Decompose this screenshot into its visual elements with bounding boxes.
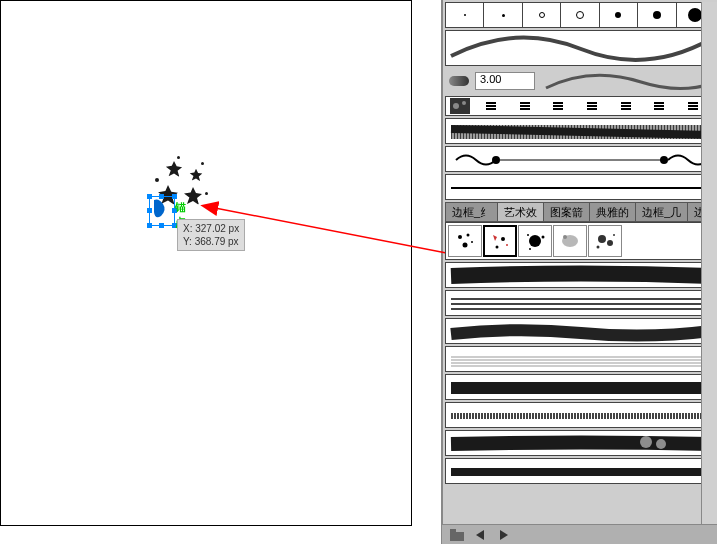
grunge-stroke[interactable] (445, 118, 715, 144)
prev-icon[interactable] (476, 530, 486, 540)
nav-bar (442, 524, 717, 544)
svg-point-23 (597, 246, 600, 249)
stroke-2[interactable] (445, 290, 715, 316)
svg-point-8 (458, 235, 462, 239)
svg-point-5 (492, 156, 500, 164)
scrollbar[interactable] (701, 2, 717, 544)
line-stroke[interactable] (445, 174, 715, 200)
stroke-7[interactable] (445, 430, 715, 456)
svg-point-26 (656, 439, 666, 449)
splat-brush-3[interactable] (518, 225, 552, 257)
dot-brush-6[interactable] (638, 3, 676, 27)
svg-rect-28 (450, 529, 456, 533)
position-tooltip: X: 327.02 px Y: 368.79 px (177, 219, 245, 251)
tab-elegant[interactable]: 典雅的 (590, 203, 636, 221)
dot-brush-2[interactable] (484, 3, 522, 27)
stroke-4[interactable] (445, 346, 715, 372)
svg-point-12 (501, 237, 505, 241)
canvas-area[interactable]: 锚点 X: 327.02 px Y: 368.79 px (0, 0, 442, 544)
svg-point-24 (613, 234, 615, 236)
dot-brush-1[interactable] (446, 3, 484, 27)
stroke-1[interactable] (445, 262, 715, 288)
stroke-8[interactable] (445, 458, 715, 484)
svg-point-11 (471, 241, 473, 243)
svg-point-25 (640, 436, 652, 448)
tab-border-1[interactable]: 边框_纟 (446, 203, 498, 221)
brush-tabs: 边框_纟 艺术效 图案箭 典雅的 边框_几 边框_釒 (445, 202, 715, 222)
pattern-row[interactable] (445, 96, 715, 116)
svg-point-16 (527, 234, 529, 236)
svg-point-10 (463, 243, 468, 248)
stroke-6[interactable] (445, 402, 715, 428)
svg-point-18 (529, 248, 531, 250)
ornament-stroke[interactable] (445, 146, 715, 172)
brush-size-row: 3.00 (445, 68, 715, 94)
svg-point-15 (529, 235, 541, 247)
svg-point-14 (506, 244, 508, 246)
folder-icon[interactable] (450, 529, 464, 541)
splat-brush-5[interactable] (588, 225, 622, 257)
wave-brush[interactable] (445, 30, 715, 66)
tooltip-y: Y: 368.79 px (183, 235, 239, 248)
splat-brush-4[interactable] (553, 225, 587, 257)
brush-preview (541, 70, 711, 92)
brush-tip-icon (449, 76, 469, 86)
stroke-3[interactable] (445, 318, 715, 344)
svg-point-3 (453, 103, 459, 109)
svg-point-17 (542, 236, 545, 239)
splat-brush-1[interactable] (448, 225, 482, 257)
svg-marker-29 (476, 530, 484, 540)
svg-point-13 (496, 246, 499, 249)
dot-brush-4[interactable] (561, 3, 599, 27)
brush-size-input[interactable]: 3.00 (475, 72, 535, 90)
svg-point-4 (462, 101, 466, 105)
next-icon[interactable] (498, 530, 508, 540)
tooltip-x: X: 327.02 px (183, 222, 239, 235)
svg-point-20 (563, 235, 567, 239)
tab-border-2[interactable]: 边框_几 (636, 203, 688, 221)
svg-point-9 (467, 234, 470, 237)
svg-point-22 (607, 240, 613, 246)
dot-brushes-row (445, 2, 715, 28)
stroke-5[interactable] (445, 374, 715, 400)
splat-brush-2[interactable] (483, 225, 517, 257)
dot-brush-5[interactable] (600, 3, 638, 27)
canvas[interactable]: 锚点 X: 327.02 px Y: 368.79 px (0, 0, 412, 526)
svg-marker-30 (500, 530, 508, 540)
svg-point-21 (598, 235, 606, 243)
tab-pattern-arrow[interactable]: 图案箭 (544, 203, 590, 221)
svg-point-6 (660, 156, 668, 164)
splat-brush-row (445, 222, 715, 260)
dot-brush-3[interactable] (523, 3, 561, 27)
tab-artistic[interactable]: 艺术效 (498, 203, 544, 221)
svg-rect-27 (450, 532, 464, 541)
brushes-panel: 3.00 (442, 0, 717, 544)
